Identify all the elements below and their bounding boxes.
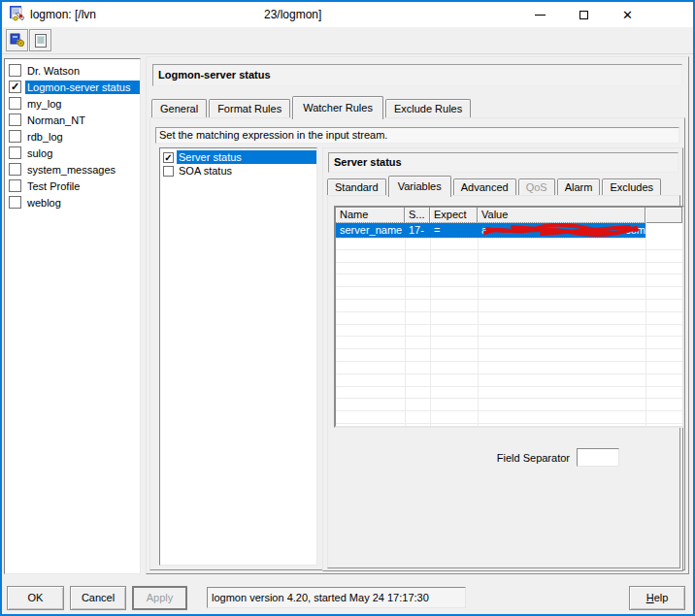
checkbox-icon[interactable] bbox=[9, 64, 21, 77]
tab-standard[interactable]: Standard bbox=[327, 178, 386, 196]
column-header-name[interactable]: Name bbox=[336, 208, 405, 223]
checkbox-icon[interactable] bbox=[9, 113, 21, 126]
profile-list[interactable]: Dr. Watson✓Logmon-server statusmy_logNor… bbox=[4, 58, 141, 574]
cancel-button[interactable]: Cancel bbox=[70, 586, 126, 610]
watcher-rules-panel: Set the matching expression in the input… bbox=[149, 117, 685, 570]
watcher-detail-tabs: StandardVariablesAdvancedQoSAlarmExclude… bbox=[327, 175, 663, 196]
watcher-item[interactable]: SOA status bbox=[160, 164, 316, 178]
value-suffix: com bbox=[625, 223, 645, 238]
logmon-window: logmon: [/lvn 23/logmon] ✕ Dr. Watson✓Lo… bbox=[0, 0, 695, 616]
profile-item-label: weblog bbox=[25, 196, 140, 210]
profile-item-label: Dr. Watson bbox=[25, 64, 140, 78]
profile-item[interactable]: Test Profile bbox=[5, 178, 140, 194]
tab-qos[interactable]: QoS bbox=[518, 178, 555, 196]
tab-alarm[interactable]: Alarm bbox=[557, 178, 601, 196]
profile-item-label: Logmon-server status bbox=[25, 81, 140, 94]
minimize-button[interactable] bbox=[518, 2, 562, 27]
profile-item[interactable]: sulog bbox=[5, 145, 140, 161]
checkbox-icon[interactable] bbox=[9, 146, 21, 159]
variables-table-inner: NameS...ExpectValueserver_name17-=acom bbox=[336, 208, 682, 426]
cell-name: server_name bbox=[336, 223, 405, 238]
value-redacted-gap bbox=[487, 223, 625, 238]
table-gridlines-horizontal bbox=[336, 238, 682, 426]
logmon-app-icon bbox=[10, 6, 26, 22]
profile-item[interactable]: rdb_log bbox=[5, 128, 140, 145]
profile-item[interactable]: ✓Logmon-server status bbox=[5, 79, 140, 95]
window-title: logmon: [/lvn bbox=[30, 2, 96, 27]
watcher-item-label: Server status bbox=[177, 150, 316, 164]
column-header-extra[interactable] bbox=[645, 208, 682, 223]
checkbox-icon[interactable] bbox=[9, 196, 21, 209]
profile-item-label: Norman_NT bbox=[25, 113, 140, 127]
profile-item-label: my_log bbox=[25, 97, 140, 111]
close-button[interactable]: ✕ bbox=[606, 2, 649, 27]
profile-item-label: sulog bbox=[25, 146, 140, 160]
profile-item-label: rdb_log bbox=[25, 130, 140, 144]
profile-item[interactable]: weblog bbox=[5, 194, 140, 211]
report-grid-icon bbox=[33, 33, 49, 49]
tab-watcher-rules[interactable]: Watcher Rules bbox=[292, 96, 383, 119]
profile-title: Logmon-server status bbox=[152, 64, 682, 86]
tab-exclude-rules[interactable]: Exclude Rules bbox=[385, 99, 471, 118]
variables-table[interactable]: NameS...ExpectValueserver_name17-=acom bbox=[334, 206, 684, 428]
info-text: Set the matching expression in the input… bbox=[155, 127, 679, 144]
variables-panel: NameS...ExpectValueserver_name17-=acom F… bbox=[327, 195, 680, 568]
field-separator-label: Field Separator bbox=[497, 452, 570, 464]
checkbox-icon[interactable] bbox=[9, 179, 21, 192]
cell-s: 17- bbox=[405, 223, 430, 238]
table-row[interactable]: server_name17-=acom bbox=[336, 223, 645, 238]
checkbox-icon[interactable] bbox=[163, 166, 174, 177]
maximize-button[interactable] bbox=[562, 2, 606, 27]
watcher-list[interactable]: ✓Server statusSOA status bbox=[159, 147, 317, 566]
close-icon: ✕ bbox=[622, 9, 633, 21]
profile-setup-icon bbox=[10, 33, 25, 49]
watcher-title: Server status bbox=[328, 152, 678, 173]
profile-item-label: Test Profile bbox=[25, 179, 140, 193]
tab-advanced[interactable]: Advanced bbox=[453, 178, 516, 196]
tab-variables[interactable]: Variables bbox=[388, 176, 451, 197]
profile-tabs: GeneralFormat RulesWatcher RulesExclude … bbox=[151, 95, 473, 118]
profile-item[interactable]: Norman_NT bbox=[5, 112, 140, 128]
tab-excludes[interactable]: Excludes bbox=[602, 178, 661, 196]
main-panel: Logmon-server status GeneralFormat Rules… bbox=[146, 56, 689, 574]
tab-general[interactable]: General bbox=[151, 99, 207, 118]
status-text: logmon version 4.20, started May 24 17:1… bbox=[207, 587, 466, 608]
toolbar bbox=[2, 27, 693, 54]
ok-button[interactable]: OK bbox=[7, 586, 64, 610]
field-separator-row: Field Separator bbox=[328, 448, 619, 467]
column-header-s[interactable]: S... bbox=[405, 208, 430, 223]
checkbox-icon[interactable]: ✓ bbox=[9, 81, 21, 93]
profile-setup-button[interactable] bbox=[6, 29, 28, 51]
profile-item[interactable]: system_messages bbox=[5, 161, 140, 178]
checkbox-icon[interactable]: ✓ bbox=[163, 152, 174, 163]
checkbox-icon[interactable] bbox=[9, 97, 21, 110]
checkbox-icon[interactable] bbox=[9, 130, 21, 143]
apply-button[interactable]: Apply bbox=[132, 586, 187, 610]
tab-format-rules[interactable]: Format Rules bbox=[209, 99, 290, 118]
table-header-row: NameS...ExpectValue bbox=[336, 208, 682, 223]
help-button[interactable]: Help bbox=[629, 586, 685, 610]
maximize-icon bbox=[579, 11, 588, 19]
watcher-item[interactable]: ✓Server status bbox=[160, 150, 316, 164]
column-header-value[interactable]: Value bbox=[478, 208, 645, 223]
profile-item[interactable]: my_log bbox=[5, 95, 140, 112]
report-button[interactable] bbox=[29, 29, 51, 51]
column-header-expect[interactable]: Expect bbox=[430, 208, 478, 223]
field-separator-input[interactable] bbox=[577, 448, 619, 467]
checkbox-icon[interactable] bbox=[9, 163, 21, 176]
window-title-suffix: 23/logmon] bbox=[264, 2, 321, 27]
cell-expect: = bbox=[430, 223, 478, 238]
profile-item[interactable]: Dr. Watson bbox=[5, 62, 140, 79]
title-bar: logmon: [/lvn 23/logmon] ✕ bbox=[2, 2, 693, 27]
watcher-detail-group: Server status StandardVariablesAdvancedQ… bbox=[322, 147, 683, 571]
cell-value: acom bbox=[478, 223, 645, 238]
minimize-icon bbox=[535, 15, 546, 16]
profile-item-label: system_messages bbox=[25, 163, 140, 177]
watcher-item-label: SOA status bbox=[177, 164, 316, 178]
